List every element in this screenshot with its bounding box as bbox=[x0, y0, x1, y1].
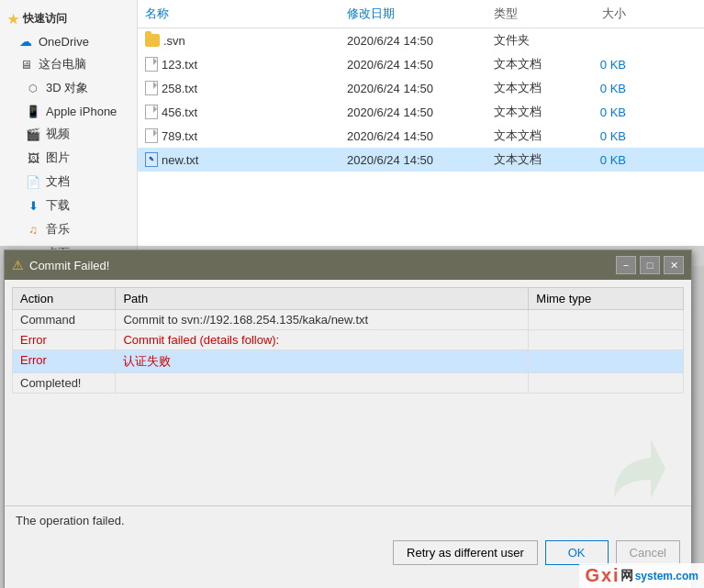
file-type-456: 文本文档 bbox=[486, 102, 578, 122]
log-mime-command bbox=[529, 310, 684, 330]
file-type-258: 文本文档 bbox=[486, 78, 578, 98]
sidebar-label-music: 音乐 bbox=[46, 221, 70, 238]
dialog-content: Action Path Mime type Command Co bbox=[5, 280, 691, 533]
sidebar-item-images[interactable]: 🖼 图片 bbox=[0, 146, 137, 170]
file-size-456: 0 KB bbox=[578, 104, 633, 121]
log-table-header: Action Path Mime type bbox=[13, 288, 684, 310]
sidebar-item-3d[interactable]: ⬡ 3D 对象 bbox=[0, 76, 137, 100]
dialog-title-area: ⚠ Commit Failed! bbox=[12, 258, 109, 272]
close-button[interactable]: ✕ bbox=[664, 256, 684, 274]
log-path-error2: 认证失败 bbox=[116, 350, 529, 373]
warning-icon: ⚠ bbox=[12, 258, 24, 272]
log-action-error2: Error bbox=[13, 350, 116, 373]
3d-icon: ⬡ bbox=[26, 81, 40, 95]
quick-access-section: ★ 快速访问 bbox=[0, 7, 137, 30]
file-list-area: 名称 修改日期 类型 大小 .svn 2020/6/24 14:50 文件夹 bbox=[138, 0, 704, 266]
computer-icon: 🖥 bbox=[18, 57, 33, 72]
file-list-header: 名称 修改日期 类型 大小 bbox=[138, 0, 704, 28]
sidebar-item-onedrive[interactable]: ☁ OneDrive bbox=[0, 30, 137, 52]
log-mime-error2 bbox=[529, 350, 684, 373]
onedrive-icon: ☁ bbox=[18, 34, 33, 49]
file-row[interactable]: 789.txt 2020/6/24 14:50 文本文档 0 KB bbox=[138, 124, 704, 148]
minimize-button[interactable]: − bbox=[616, 256, 636, 274]
log-table: Action Path Mime type Command Co bbox=[12, 287, 684, 394]
log-mime-completed bbox=[529, 373, 684, 394]
maximize-button[interactable]: □ bbox=[640, 256, 660, 274]
file-row[interactable]: 123.txt 2020/6/24 14:50 文本文档 0 KB bbox=[138, 52, 704, 76]
sidebar: ★ 快速访问 ☁ OneDrive 🖥 这台电脑 ⬡ 3D 对象 📱 Apple… bbox=[0, 0, 138, 266]
dialog-title: Commit Failed! bbox=[29, 259, 109, 272]
newtxt-icon: ✎ bbox=[145, 152, 158, 167]
file-size-258: 0 KB bbox=[578, 80, 633, 97]
log-action-completed: Completed! bbox=[13, 373, 116, 394]
file-name-new: ✎ new.txt bbox=[138, 150, 340, 169]
file-type-new: 文本文档 bbox=[486, 150, 578, 170]
file-modified-789: 2020/6/24 14:50 bbox=[340, 128, 486, 145]
dialog-status-text: The operation failed. bbox=[5, 506, 691, 535]
sidebar-label-thispc: 这台电脑 bbox=[39, 56, 86, 72]
col-header-modified[interactable]: 修改日期 bbox=[340, 4, 486, 24]
watermark-domain: system.com bbox=[635, 570, 698, 582]
col-header-type[interactable]: 类型 bbox=[486, 4, 578, 24]
folder-icon bbox=[145, 34, 160, 47]
txt-icon bbox=[145, 128, 158, 143]
file-name-789: 789.txt bbox=[138, 127, 340, 145]
dialog-arrow-icon bbox=[599, 432, 673, 505]
sidebar-item-thispc[interactable]: 🖥 这台电脑 bbox=[0, 52, 137, 76]
sidebar-label-images: 图片 bbox=[46, 150, 70, 166]
file-type-svn: 文件夹 bbox=[486, 30, 578, 50]
sidebar-label-onedrive: OneDrive bbox=[39, 35, 89, 49]
watermark-g: G bbox=[585, 565, 599, 586]
file-row[interactable]: 456.txt 2020/6/24 14:50 文本文档 0 KB bbox=[138, 100, 704, 124]
col-header-name[interactable]: 名称 bbox=[138, 4, 340, 24]
col-header-size[interactable]: 大小 bbox=[578, 4, 633, 24]
col-action-header: Action bbox=[13, 288, 116, 310]
commit-failed-dialog: ⚠ Commit Failed! − □ ✕ Action bbox=[4, 250, 692, 588]
watermark-suffix: 网 bbox=[620, 568, 633, 584]
cancel-button[interactable]: Cancel bbox=[616, 540, 680, 565]
document-icon: 📄 bbox=[26, 174, 40, 189]
watermark-x: x bbox=[601, 565, 611, 586]
log-row-error2[interactable]: Error 认证失败 bbox=[13, 350, 684, 373]
log-path-command: Commit to svn://192.168.254.135/kaka/new… bbox=[116, 310, 529, 330]
star-icon: ★ bbox=[7, 12, 19, 27]
col-mime-header: Mime type bbox=[529, 288, 684, 310]
log-action-error1: Error bbox=[13, 330, 116, 350]
file-size-svn bbox=[578, 39, 633, 42]
log-row-command: Command Commit to svn://192.168.254.135/… bbox=[13, 310, 684, 330]
sidebar-item-music[interactable]: ♫ 音乐 bbox=[0, 217, 137, 241]
retry-button[interactable]: Retry as different user bbox=[393, 540, 538, 565]
file-explorer: ★ 快速访问 ☁ OneDrive 🖥 这台电脑 ⬡ 3D 对象 📱 Apple… bbox=[0, 0, 704, 266]
log-action-command: Command bbox=[13, 310, 116, 330]
quick-access-label: 快速访问 bbox=[23, 11, 67, 27]
sidebar-item-documents[interactable]: 📄 文档 bbox=[0, 170, 137, 194]
sidebar-item-downloads[interactable]: ⬇ 下载 bbox=[0, 194, 137, 217]
dialog-titlebar: ⚠ Commit Failed! − □ ✕ bbox=[5, 250, 691, 280]
music-icon: ♫ bbox=[26, 222, 40, 237]
sidebar-item-iphone[interactable]: 📱 Apple iPhone bbox=[0, 100, 137, 122]
file-name-svn: .svn bbox=[138, 32, 340, 50]
file-modified-123: 2020/6/24 14:50 bbox=[340, 56, 486, 73]
file-modified-new: 2020/6/24 14:50 bbox=[340, 151, 486, 169]
file-size-123: 0 KB bbox=[578, 56, 633, 73]
phone-icon: 📱 bbox=[26, 104, 40, 118]
file-modified-258: 2020/6/24 14:50 bbox=[340, 80, 486, 97]
watermark: G x i 网 system.com bbox=[579, 563, 704, 588]
file-type-789: 文本文档 bbox=[486, 126, 578, 146]
file-type-123: 文本文档 bbox=[486, 54, 578, 74]
sidebar-label-3d: 3D 对象 bbox=[46, 80, 88, 96]
file-row[interactable]: .svn 2020/6/24 14:50 文件夹 bbox=[138, 28, 704, 52]
ok-button[interactable]: OK bbox=[545, 540, 609, 565]
dialog-window-controls: − □ ✕ bbox=[616, 256, 684, 274]
sidebar-label-iphone: Apple iPhone bbox=[46, 105, 117, 118]
file-name-258: 258.txt bbox=[138, 79, 340, 97]
log-row-error1: Error Commit failed (details follow): bbox=[13, 330, 684, 350]
txt-icon bbox=[145, 57, 158, 72]
file-row[interactable]: 258.txt 2020/6/24 14:50 文本文档 0 KB bbox=[138, 76, 704, 100]
sidebar-item-video[interactable]: 🎬 视频 bbox=[0, 122, 137, 146]
log-path-error1: Commit failed (details follow): bbox=[116, 330, 529, 350]
file-row[interactable]: ✎ new.txt 2020/6/24 14:50 文本文档 0 KB bbox=[138, 148, 704, 172]
file-size-new: 0 KB bbox=[578, 151, 633, 169]
log-row-completed: Completed! bbox=[13, 373, 684, 394]
sidebar-label-downloads: 下载 bbox=[46, 197, 70, 214]
